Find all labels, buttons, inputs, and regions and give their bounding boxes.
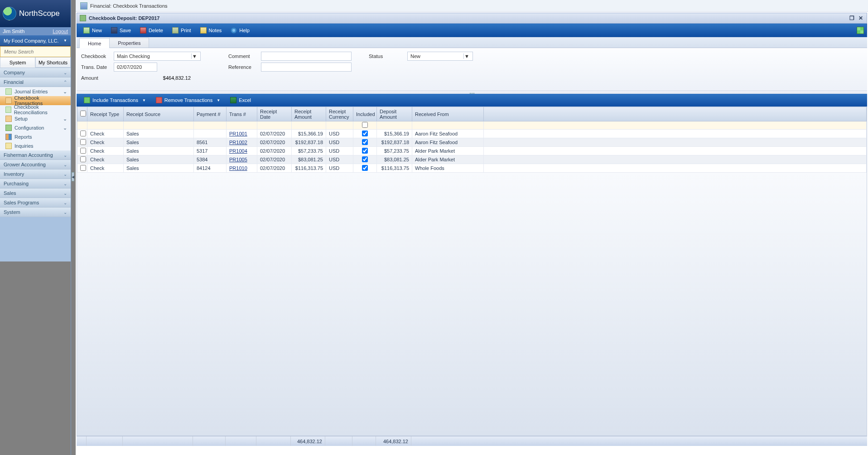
menu-search-input[interactable] [0, 46, 71, 57]
nav-item-checkbook-transactions[interactable]: Checkbook Transactions [0, 96, 71, 105]
grid-header-row: Receipt Type Receipt Source Payment # Tr… [77, 107, 867, 121]
nav-item-journal-entries[interactable]: Journal Entries⌄ [0, 87, 71, 96]
trans-link[interactable]: PR1010 [229, 165, 247, 171]
cell-currency: USD [326, 138, 353, 147]
col-received-from[interactable]: Received From [412, 107, 484, 121]
nav-item-reports[interactable]: Reports [0, 132, 71, 141]
included-checkbox[interactable] [362, 148, 368, 154]
included-checkbox[interactable] [362, 131, 368, 136]
cell-receipt-type: Check [87, 138, 124, 147]
company-selector[interactable]: My Food Company, LLC. ▼ [0, 35, 71, 46]
chevron-down-icon: ▼ [217, 98, 220, 102]
table-row[interactable]: CheckSalesPR100102/07/2020$15,366.19USD$… [77, 130, 867, 138]
cell-receipt-date: 02/07/2020 [257, 138, 292, 147]
footer-receipt-total: 464,832.12 [291, 436, 325, 446]
table-row[interactable]: CheckSales8561PR100202/07/2020$192,837.1… [77, 138, 867, 147]
trans-link[interactable]: PR1002 [229, 140, 247, 145]
cell-receipt-date: 02/07/2020 [257, 130, 292, 138]
delete-button[interactable]: Delete [136, 25, 167, 35]
col-included[interactable]: Included [353, 107, 377, 121]
new-button[interactable]: New [80, 25, 106, 35]
excel-button[interactable]: Excel [227, 95, 255, 105]
col-receipt-date[interactable]: Receipt Date [257, 107, 292, 121]
nav-section-purchasing[interactable]: Purchasing⌄ [0, 179, 71, 189]
save-button[interactable]: Save [107, 25, 135, 35]
col-trans-num[interactable]: Trans # [227, 107, 257, 121]
nav-item-configuration[interactable]: Configuration⌄ [0, 123, 71, 132]
nav-section-financial[interactable]: Financial⌃ [0, 77, 71, 87]
window-restore-button[interactable]: ❐ [849, 15, 855, 21]
nav-section-system[interactable]: System⌄ [0, 208, 71, 217]
row-select-checkbox[interactable] [80, 139, 86, 145]
trans-link[interactable]: PR1001 [229, 131, 247, 136]
nav-section-sales-programs[interactable]: Sales Programs⌄ [0, 198, 71, 208]
included-checkbox[interactable] [362, 139, 368, 145]
table-row[interactable]: CheckSales5384PR100502/07/2020$83,081.25… [77, 155, 867, 164]
notes-button[interactable]: Notes [197, 25, 226, 35]
filter-included-checkbox[interactable] [362, 122, 368, 128]
col-receipt-type[interactable]: Receipt Type [87, 107, 124, 121]
reference-input[interactable] [261, 63, 352, 72]
checkbook-combo[interactable]: Main Checking▼ [114, 52, 201, 61]
col-receipt-source[interactable]: Receipt Source [124, 107, 194, 121]
transdate-input[interactable] [114, 63, 157, 72]
included-checkbox[interactable] [362, 165, 368, 171]
cell-currency: USD [326, 147, 353, 155]
col-receipt-currency[interactable]: Receipt Currency [326, 107, 353, 121]
cell-received-from: Aaron Fitz Seafood [412, 138, 484, 147]
record-toolbar: New Save Delete Print Notes Help [77, 24, 867, 37]
reports-icon [5, 134, 12, 140]
nav-item-checkbook-reconciliations[interactable]: Checkbook Reconciliations [0, 105, 71, 114]
row-select-checkbox[interactable] [80, 131, 86, 136]
row-select-checkbox[interactable] [80, 156, 86, 162]
nav-section-inventory[interactable]: Inventory⌄ [0, 169, 71, 179]
sidebar-filler [0, 261, 71, 455]
sidebar-splitter[interactable]: ◀ [71, 0, 76, 455]
select-all-checkbox[interactable] [80, 111, 86, 116]
col-select[interactable] [77, 107, 87, 121]
nav-item-inquiries[interactable]: Inquiries [0, 141, 71, 150]
table-row[interactable]: CheckSales5317PR100402/07/2020$57,233.75… [77, 147, 867, 155]
amount-label: Amount [81, 75, 114, 81]
trans-link[interactable]: PR1005 [229, 157, 247, 162]
remove-transactions-button[interactable]: Remove Transactions▼ [152, 95, 224, 105]
cell-receipt-amount: $116,313.75 [292, 164, 326, 173]
nav-tabs: System My Shortcuts [0, 57, 71, 68]
nav-section-sales[interactable]: Sales⌄ [0, 189, 71, 198]
include-transactions-button[interactable]: Include Transactions▼ [80, 95, 149, 105]
trans-link[interactable]: PR1004 [229, 148, 247, 154]
col-receipt-amount[interactable]: Receipt Amount [292, 107, 326, 121]
nav-item-setup[interactable]: Setup⌄ [0, 114, 71, 123]
grid-footer: 464,832.12 464,832.12 [77, 436, 867, 446]
save-icon [111, 27, 117, 34]
tab-home[interactable]: Home [79, 38, 110, 48]
window-close-button[interactable]: ✕ [858, 15, 864, 21]
transactions-grid: Receipt Type Receipt Source Payment # Tr… [77, 106, 867, 436]
help-button[interactable]: Help [227, 25, 253, 35]
cell-receipt-date: 02/07/2020 [257, 155, 292, 164]
col-payment-num[interactable]: Payment # [194, 107, 227, 121]
chevron-down-icon: ⌄ [63, 162, 67, 167]
inquiries-icon [5, 143, 12, 149]
included-checkbox[interactable] [362, 156, 368, 162]
nav-section-grower[interactable]: Grower Accounting⌄ [0, 160, 71, 169]
col-deposit-amount[interactable]: Deposit Amount [377, 107, 412, 121]
cell-deposit-amount: $15,366.19 [377, 130, 412, 138]
comment-input[interactable] [261, 52, 352, 61]
transdate-label: Trans. Date [81, 64, 114, 70]
nav-section-company[interactable]: Company⌄ [0, 68, 71, 77]
nav-tab-shortcuts[interactable]: My Shortcuts [35, 57, 71, 68]
row-select-checkbox[interactable] [80, 165, 86, 171]
logout-link[interactable]: Logout [53, 29, 68, 34]
print-button[interactable]: Print [169, 25, 195, 35]
status-combo[interactable]: New▼ [407, 52, 473, 61]
grid-view-button[interactable] [857, 27, 864, 34]
nav-section-fisherman[interactable]: Fisherman Accounting⌄ [0, 150, 71, 160]
table-row[interactable]: CheckSales84124PR101002/07/2020$116,313.… [77, 164, 867, 173]
cell-receipt-source: Sales [124, 164, 194, 173]
tab-properties[interactable]: Properties [109, 38, 149, 48]
collapse-handle-icon[interactable]: ◀ [72, 172, 74, 181]
row-select-checkbox[interactable] [80, 148, 86, 154]
nav-tab-system[interactable]: System [0, 57, 35, 68]
window-titlebar: Checkbook Deposit: DEP2017 ❐ ✕ [77, 13, 867, 24]
